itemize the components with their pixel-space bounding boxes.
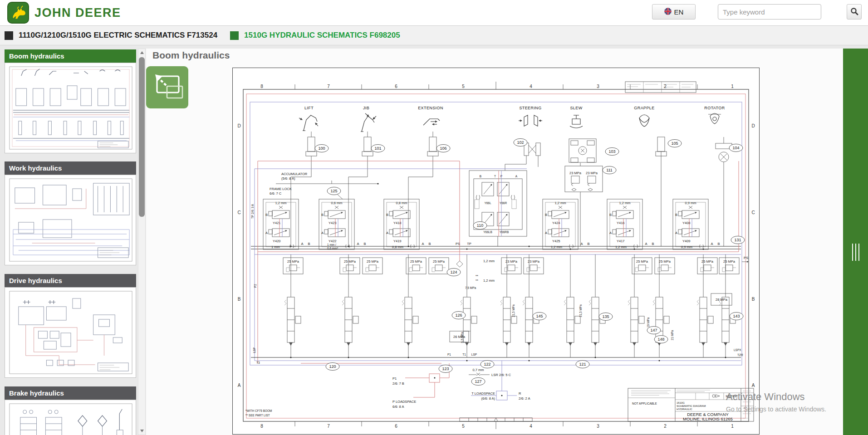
center-detail-labels: 1,2 mm 1,2 mm ** ** 7,5 MPa 0,5 MPa 26 M… xyxy=(251,204,748,364)
svg-text:JIB: JIB xyxy=(363,106,369,110)
sidebar-item-boom-hydraulics[interactable]: Boom hydraulics xyxy=(5,49,136,63)
sidebar-scrollbar[interactable] xyxy=(138,49,146,435)
panel-grip-icon[interactable] xyxy=(852,244,859,261)
steering-valve-block: B T P A Y66L Y66R Y66LB Y66RB xyxy=(469,171,527,246)
svg-text:0,9 mm: 0,9 mm xyxy=(685,201,696,205)
svg-text:P1: P1 xyxy=(447,353,451,356)
svg-text:B: B xyxy=(386,213,388,217)
svg-text:B: B xyxy=(428,242,431,246)
schematic-canvas[interactable]: 8 7 6 5 4 3 2 1 8 7 6 5 4 3 2 1 D C B A … xyxy=(232,68,760,435)
svg-text:8: 8 xyxy=(260,424,263,429)
language-button[interactable]: EN xyxy=(652,4,696,20)
svg-text:25 MPa: 25 MPa xyxy=(433,259,445,264)
svg-text:106: 106 xyxy=(440,146,446,151)
svg-text:Y425: Y425 xyxy=(552,239,560,243)
svg-text:A: A xyxy=(752,383,755,388)
svg-text:105: 105 xyxy=(671,141,678,146)
svg-text:1510G: 1510G xyxy=(677,401,685,404)
svg-text:B: B xyxy=(752,297,755,302)
svg-text:B: B xyxy=(480,175,481,178)
svg-text:Y419: Y419 xyxy=(393,239,402,243)
svg-text:Y417: Y417 xyxy=(617,239,625,243)
thumbnail-boom-hydraulics[interactable] xyxy=(5,63,136,153)
sidebar-label: Brake hydraulics xyxy=(9,389,64,397)
svg-text:1 mm /: 1 mm / xyxy=(327,243,336,246)
svg-text:2: 2 xyxy=(664,424,667,429)
thumbnail-drawing xyxy=(5,175,136,265)
svg-text:7: 7 xyxy=(327,84,330,89)
svg-text:25 MPa: 25 MPa xyxy=(410,259,422,264)
svg-text:127: 127 xyxy=(475,379,481,384)
sidebar-label: Work hydraulics xyxy=(9,164,62,172)
thumbnail-drawing xyxy=(5,288,136,377)
sheet-frames xyxy=(243,82,749,429)
scroll-up-button[interactable] xyxy=(138,49,145,56)
svg-text:21,5 MPa: 21,5 MPa xyxy=(512,304,515,317)
svg-text:T: T xyxy=(494,175,496,178)
svg-text:7: 7 xyxy=(327,424,330,429)
extension-boom-icon xyxy=(423,119,440,125)
svg-text:101: 101 xyxy=(374,146,381,151)
svg-text:1,2 mm: 1,2 mm xyxy=(554,201,566,205)
svg-text:25 MPa: 25 MPa xyxy=(723,259,736,264)
svg-text:124: 124 xyxy=(450,270,457,274)
sidebar-item-drive-hydraulics[interactable]: Drive hydraulics xyxy=(5,274,136,287)
svg-text:A: A xyxy=(675,231,677,235)
svg-text:131: 131 xyxy=(734,238,741,242)
search-input[interactable] xyxy=(718,4,821,20)
svg-text:8: 8 xyxy=(260,84,263,89)
svg-text:135: 135 xyxy=(602,314,609,319)
grid-reference-labels: 8 7 6 5 4 3 2 1 8 7 6 5 4 3 2 1 D C B A … xyxy=(237,84,755,429)
svg-text:EXTENSION: EXTENSION xyxy=(418,106,443,110)
thumbnail-work-hydraulics[interactable] xyxy=(5,175,136,265)
sidebar-item-work-hydraulics[interactable]: Work hydraulics xyxy=(5,161,136,175)
svg-text:0,6 mm: 0,6 mm xyxy=(331,201,342,205)
svg-text:Y66LB: Y66LB xyxy=(483,230,492,234)
search-button[interactable] xyxy=(847,4,862,20)
thumbnail-brake-hydraulics[interactable] xyxy=(5,400,136,435)
svg-text:147: 147 xyxy=(650,328,657,332)
scroll-down-button[interactable] xyxy=(138,427,145,435)
svg-text:143: 143 xyxy=(733,314,740,318)
svg-text:NOT APPLICABLE: NOT APPLICABLE xyxy=(632,402,657,405)
sidebar-item-brake-hydraulics[interactable]: Brake hydraulics xyxy=(5,386,136,400)
svg-text:STEERING: STEERING xyxy=(519,106,541,110)
svg-text:23 MPa: 23 MPa xyxy=(528,259,540,264)
svg-text:TP 2/6: 3 A: TP 2/6: 3 A xyxy=(251,204,254,219)
scrollbar-thumb[interactable] xyxy=(139,57,145,217)
svg-text:2: 2 xyxy=(664,84,667,89)
svg-text:B: B xyxy=(265,213,268,217)
svg-text:4: 4 xyxy=(530,84,532,89)
svg-text:FRAME LOCK: FRAME LOCK xyxy=(270,187,292,191)
svg-text:A: A xyxy=(545,231,547,235)
svg-text:21,5 MPa: 21,5 MPa xyxy=(579,304,582,317)
svg-text:B: B xyxy=(675,213,677,217)
svg-text:Y66L: Y66L xyxy=(484,201,491,205)
nav-item-hydraulic-schematics[interactable]: 1510G HYDRAULIC SCHEMATICS F698205 xyxy=(230,31,400,40)
svg-text:Y66RB: Y66RB xyxy=(500,230,509,234)
svg-text:121: 121 xyxy=(579,362,586,367)
nav-item-electric-schematics[interactable]: 1110G/1210G/1510G ELECTRIC SCHEMATICS F7… xyxy=(5,31,217,40)
collapsed-panel-bar[interactable] xyxy=(843,49,868,435)
svg-text:Y66R: Y66R xyxy=(500,201,507,205)
valve-group: 1,2 mm B Y424 A Y425 1,2 mm xyxy=(543,199,578,249)
svg-text:0,9 mm: 0,9 mm xyxy=(681,245,692,249)
slew-icon xyxy=(570,115,583,128)
svg-text:B: B xyxy=(308,242,310,246)
pilot-valve-groups: 1,2 mm B Y421 A Y420 1 mm A B 0,6 mm xyxy=(263,199,720,250)
valve-group: 1,2 mm B Y421 A Y420 1 mm xyxy=(263,199,299,249)
svg-text:T1: T1 xyxy=(462,353,466,356)
thumbnail-drive-hydraulics[interactable] xyxy=(5,287,136,378)
svg-text:148: 148 xyxy=(657,337,664,342)
schematics-nav: 1110G/1210G/1510G ELECTRIC SCHEMATICS F7… xyxy=(0,26,868,45)
svg-text:0,6 mm*: 0,6 mm* xyxy=(327,247,338,250)
svg-text:T3: T3 xyxy=(256,361,260,364)
svg-text:3: 3 xyxy=(597,84,599,89)
svg-text:P2: P2 xyxy=(254,284,257,288)
john-deere-logo[interactable]: JOHN DEERE xyxy=(7,2,121,24)
svg-text:A: A xyxy=(645,242,647,246)
search-icon xyxy=(850,7,858,17)
svg-text:METRIC: METRIC xyxy=(726,395,738,398)
svg-text:MOLINE, ILLINOIS 61265: MOLINE, ILLINOIS 61265 xyxy=(683,416,733,421)
fullscreen-expand-button[interactable] xyxy=(146,66,188,108)
